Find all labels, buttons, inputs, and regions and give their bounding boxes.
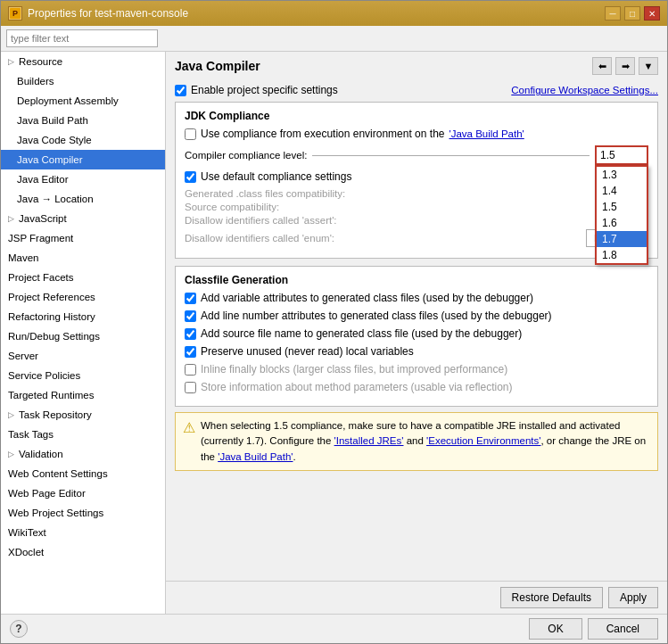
sidebar-item-project-references[interactable]: Project References <box>1 287 165 307</box>
use-compliance-checkbox[interactable] <box>185 128 196 140</box>
sidebar-item-java-editor[interactable]: Java Editor <box>1 169 165 189</box>
ok-button[interactable]: OK <box>529 618 581 640</box>
jdk-compliance-title: JDK Compliance <box>185 110 648 122</box>
sidebar-item-refactoring-history[interactable]: Refactoring History <box>1 307 165 326</box>
java-build-path-link1[interactable]: 'Java Build Path' <box>449 128 524 139</box>
minimize-button[interactable]: ─ <box>605 6 621 21</box>
sidebar-item-web-project-settings-label: Web Project Settings <box>8 505 103 521</box>
sidebar-item-web-page-editor-label: Web Page Editor <box>8 485 86 501</box>
restore-defaults-button[interactable]: Restore Defaults <box>500 587 603 608</box>
sidebar-item-java-location[interactable]: Java → Location <box>1 189 165 209</box>
main-window: P Properties for test-maven-console ─ □ … <box>0 0 668 644</box>
compliance-level-row: Compiler compliance level: 1.3 1.4 1.5 1… <box>185 145 648 165</box>
sidebar-item-javascript[interactable]: JavaScript <box>1 209 165 228</box>
sidebar-item-validation[interactable]: Validation <box>1 444 165 464</box>
cancel-button[interactable]: Cancel <box>588 618 658 640</box>
sidebar-item-builders[interactable]: Builders <box>1 71 165 91</box>
sidebar-item-xdoclet-label: XDoclet <box>8 544 44 560</box>
maximize-button[interactable]: □ <box>624 6 640 21</box>
disallow-enum-row: Disallow identifiers called 'enum': Erro… <box>185 229 648 247</box>
version-option-18[interactable]: 1.8 <box>597 247 647 263</box>
close-button[interactable]: ✕ <box>644 6 660 21</box>
sidebar-item-task-repository[interactable]: Task Repository <box>1 405 165 425</box>
app-icon: P <box>8 6 22 21</box>
sidebar-item-project-facets[interactable]: Project Facets <box>1 268 165 287</box>
enable-specific-checkbox[interactable] <box>175 85 186 96</box>
sidebar-item-wikitext[interactable]: WikiText <box>1 523 165 542</box>
sidebar-item-web-project-settings[interactable]: Web Project Settings <box>1 503 165 523</box>
bottom-action-bar: Restore Defaults Apply <box>166 581 667 614</box>
sidebar-item-jsp-fragment[interactable]: JSP Fragment <box>1 228 165 248</box>
help-button[interactable]: ? <box>10 620 28 638</box>
sidebar-item-java-build-path[interactable]: Java Build Path <box>1 111 165 130</box>
filter-bar <box>1 26 667 52</box>
version-option-15[interactable]: 1.5 <box>597 199 647 215</box>
classfile-checkbox-5[interactable] <box>185 382 196 393</box>
sidebar-item-java-compiler[interactable]: Java Compiler <box>1 150 165 169</box>
sidebar-item-run-debug[interactable]: Run/Debug Settings <box>1 326 165 346</box>
configure-workspace-link[interactable]: Configure Workspace Settings... <box>511 85 658 95</box>
classfile-checkbox-0[interactable] <box>185 293 196 304</box>
use-compliance-row: Use compliance from execution environmen… <box>185 128 648 140</box>
nav-forward-button[interactable]: ➡ <box>615 57 635 75</box>
sidebar-item-deployment-assembly-label: Deployment Assembly <box>17 93 119 109</box>
disallow-assert-label: Disallow identifiers called 'assert': <box>185 215 381 226</box>
version-option-17[interactable]: 1.7 <box>597 231 647 247</box>
sidebar-item-service-policies[interactable]: Service Policies <box>1 366 165 385</box>
classfile-checkbox-1[interactable] <box>185 310 196 322</box>
sidebar-item-server-label: Server <box>8 348 38 364</box>
sidebar-item-targeted-runtimes[interactable]: Targeted Runtimes <box>1 385 165 405</box>
apply-button[interactable]: Apply <box>608 587 658 608</box>
classfile-label-4: Inline finally blocks (larger class file… <box>201 363 507 376</box>
sidebar-item-java-code-style[interactable]: Java Code Style <box>1 130 165 150</box>
warning-icon: ⚠ <box>183 419 195 436</box>
exec-env-link[interactable]: 'Execution Environments' <box>426 435 540 446</box>
classfile-opt-4: Inline finally blocks (larger class file… <box>185 363 648 376</box>
sidebar-item-targeted-runtimes-label: Targeted Runtimes <box>8 387 95 403</box>
use-compliance-label: Use compliance from execution environmen… <box>201 128 444 140</box>
version-option-14[interactable]: 1.4 <box>597 183 647 199</box>
sidebar-item-task-tags[interactable]: Task Tags <box>1 425 165 444</box>
classfile-label-0: Add variable attributes to generated cla… <box>201 292 533 304</box>
filter-input[interactable] <box>6 29 158 47</box>
sidebar-item-maven-label: Maven <box>8 250 39 266</box>
sidebar-item-project-facets-label: Project Facets <box>8 269 74 285</box>
sidebar-item-jsp-fragment-label: JSP Fragment <box>8 230 73 246</box>
sidebar-item-deployment-assembly[interactable]: Deployment Assembly <box>1 91 165 111</box>
classfile-opt-1: Add line number attributes to generated … <box>185 310 648 322</box>
sidebar-item-maven[interactable]: Maven <box>1 248 165 268</box>
sidebar-item-java-code-style-label: Java Code Style <box>17 132 92 148</box>
sidebar-item-java-location-label: Java → Location <box>17 191 94 207</box>
installed-jres-link[interactable]: 'Installed JREs' <box>334 435 404 446</box>
content-area: Resource Builders Deployment Assembly Ja… <box>1 26 667 614</box>
sidebar-item-web-content-settings-label: Web Content Settings <box>8 466 108 482</box>
sidebar-item-server[interactable]: Server <box>1 346 165 366</box>
version-dropdown-container: 1.3 1.4 1.5 1.6 1.7 1.8 1.3 <box>595 145 648 165</box>
sidebar-item-refactoring-history-label: Refactoring History <box>8 309 95 325</box>
sidebar-item-web-content-settings[interactable]: Web Content Settings <box>1 464 165 483</box>
version-option-16[interactable]: 1.6 <box>597 215 647 231</box>
ok-cancel-group: OK Cancel <box>529 618 658 640</box>
title-bar: P Properties for test-maven-console ─ □ … <box>1 1 667 26</box>
sidebar-item-service-policies-label: Service Policies <box>8 367 80 384</box>
version-select[interactable]: 1.3 1.4 1.5 1.6 1.7 1.8 <box>595 145 648 165</box>
disallow-assert-row: Disallow identifiers called 'assert': <box>185 215 648 226</box>
sidebar-item-javascript-label: JavaScript <box>19 211 67 227</box>
use-default-checkbox[interactable] <box>185 171 196 183</box>
sidebar-item-web-page-editor[interactable]: Web Page Editor <box>1 483 165 503</box>
classfile-checkbox-2[interactable] <box>185 328 196 340</box>
version-option-13[interactable]: 1.3 <box>597 167 647 183</box>
classfile-checkbox-4[interactable] <box>185 364 196 376</box>
sidebar-item-validation-label: Validation <box>19 446 63 462</box>
nav-dropdown-button[interactable]: ▼ <box>639 57 658 75</box>
sidebar-item-java-editor-label: Java Editor <box>17 171 69 187</box>
classfile-opt-0: Add variable attributes to generated cla… <box>185 292 648 304</box>
disallow-enum-label: Disallow identifiers called 'enum': <box>185 233 381 244</box>
sidebar-item-project-references-label: Project References <box>8 289 95 305</box>
sidebar-item-resource[interactable]: Resource <box>1 52 165 71</box>
nav-back-button[interactable]: ⬅ <box>592 57 612 75</box>
sidebar-item-xdoclet[interactable]: XDoclet <box>1 542 165 562</box>
classfile-checkbox-3[interactable] <box>185 346 196 358</box>
java-build-path-link2[interactable]: 'Java Build Path' <box>218 451 293 462</box>
main-split: Resource Builders Deployment Assembly Ja… <box>1 52 667 614</box>
